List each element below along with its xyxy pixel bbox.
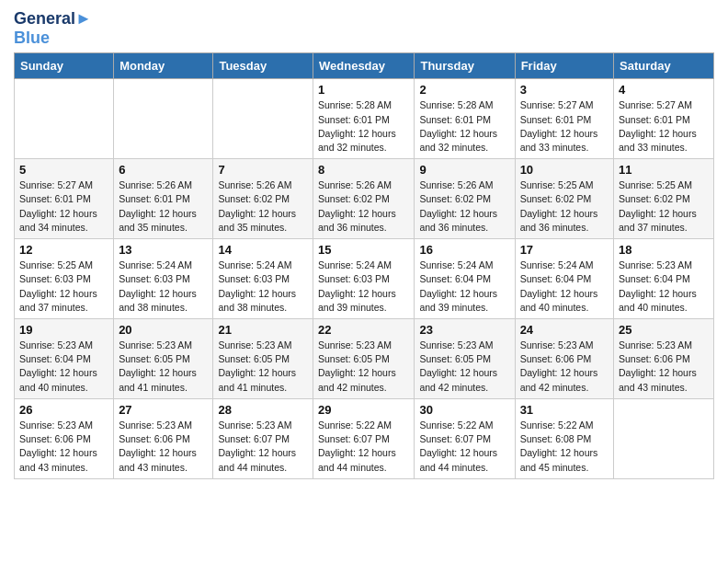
day-detail: Sunrise: 5:26 AM Sunset: 6:02 PM Dayligh… xyxy=(218,178,308,235)
calendar-cell xyxy=(114,79,213,159)
day-number: 18 xyxy=(619,243,709,257)
day-detail: Sunrise: 5:23 AM Sunset: 6:05 PM Dayligh… xyxy=(218,339,308,395)
calendar-cell: 23Sunrise: 5:23 AM Sunset: 6:05 PM Dayli… xyxy=(415,319,515,399)
day-number: 25 xyxy=(619,323,709,337)
calendar-table: SundayMondayTuesdayWednesdayThursdayFrid… xyxy=(14,52,714,478)
day-number: 22 xyxy=(318,323,409,337)
day-number: 10 xyxy=(520,163,609,177)
calendar-header-saturday: Saturday xyxy=(614,53,714,79)
day-detail: Sunrise: 5:26 AM Sunset: 6:01 PM Dayligh… xyxy=(119,178,208,235)
calendar-cell xyxy=(614,398,714,478)
calendar-cell: 2Sunrise: 5:28 AM Sunset: 6:01 PM Daylig… xyxy=(415,79,515,159)
day-detail: Sunrise: 5:25 AM Sunset: 6:02 PM Dayligh… xyxy=(619,178,709,235)
calendar-header-sunday: Sunday xyxy=(15,53,114,79)
calendar-cell: 19Sunrise: 5:23 AM Sunset: 6:04 PM Dayli… xyxy=(15,319,114,399)
calendar-cell: 30Sunrise: 5:22 AM Sunset: 6:07 PM Dayli… xyxy=(415,398,515,478)
calendar-header-wednesday: Wednesday xyxy=(313,53,415,79)
calendar-week-row: 26Sunrise: 5:23 AM Sunset: 6:06 PM Dayli… xyxy=(15,398,714,478)
calendar-cell: 22Sunrise: 5:23 AM Sunset: 6:05 PM Dayli… xyxy=(313,319,415,399)
calendar-cell: 3Sunrise: 5:27 AM Sunset: 6:01 PM Daylig… xyxy=(515,79,613,159)
day-number: 13 xyxy=(119,243,208,257)
day-detail: Sunrise: 5:28 AM Sunset: 6:01 PM Dayligh… xyxy=(318,98,409,155)
day-detail: Sunrise: 5:23 AM Sunset: 6:05 PM Dayligh… xyxy=(419,339,509,395)
day-detail: Sunrise: 5:23 AM Sunset: 6:06 PM Dayligh… xyxy=(520,339,609,395)
day-detail: Sunrise: 5:22 AM Sunset: 6:07 PM Dayligh… xyxy=(419,419,509,475)
day-detail: Sunrise: 5:26 AM Sunset: 6:02 PM Dayligh… xyxy=(318,178,409,235)
calendar-cell: 8Sunrise: 5:26 AM Sunset: 6:02 PM Daylig… xyxy=(313,159,415,239)
day-number: 16 xyxy=(419,243,509,257)
page-container: General► Blue SundayMondayTuesdayWednesd… xyxy=(0,0,728,488)
calendar-cell: 15Sunrise: 5:24 AM Sunset: 6:03 PM Dayli… xyxy=(313,239,415,319)
calendar-cell: 16Sunrise: 5:24 AM Sunset: 6:04 PM Dayli… xyxy=(415,239,515,319)
day-number: 17 xyxy=(520,243,609,257)
calendar-header-thursday: Thursday xyxy=(415,53,515,79)
calendar-cell: 25Sunrise: 5:23 AM Sunset: 6:06 PM Dayli… xyxy=(614,319,714,399)
calendar-cell: 4Sunrise: 5:27 AM Sunset: 6:01 PM Daylig… xyxy=(614,79,714,159)
day-number: 24 xyxy=(520,323,609,337)
day-detail: Sunrise: 5:24 AM Sunset: 6:03 PM Dayligh… xyxy=(318,259,409,315)
calendar-cell: 1Sunrise: 5:28 AM Sunset: 6:01 PM Daylig… xyxy=(313,79,415,159)
day-number: 20 xyxy=(119,323,208,337)
day-number: 1 xyxy=(318,83,409,97)
calendar-cell: 27Sunrise: 5:23 AM Sunset: 6:06 PM Dayli… xyxy=(114,398,213,478)
day-number: 6 xyxy=(119,163,208,177)
day-number: 31 xyxy=(520,403,609,417)
day-detail: Sunrise: 5:23 AM Sunset: 6:05 PM Dayligh… xyxy=(318,339,409,395)
day-number: 28 xyxy=(218,403,308,417)
calendar-cell: 20Sunrise: 5:23 AM Sunset: 6:05 PM Dayli… xyxy=(114,319,213,399)
day-detail: Sunrise: 5:25 AM Sunset: 6:03 PM Dayligh… xyxy=(19,259,108,315)
calendar-cell: 10Sunrise: 5:25 AM Sunset: 6:02 PM Dayli… xyxy=(515,159,613,239)
calendar-cell: 11Sunrise: 5:25 AM Sunset: 6:02 PM Dayli… xyxy=(614,159,714,239)
logo: General► Blue xyxy=(14,9,92,47)
day-detail: Sunrise: 5:27 AM Sunset: 6:01 PM Dayligh… xyxy=(19,178,108,235)
calendar-cell: 9Sunrise: 5:26 AM Sunset: 6:02 PM Daylig… xyxy=(415,159,515,239)
calendar-cell: 29Sunrise: 5:22 AM Sunset: 6:07 PM Dayli… xyxy=(313,398,415,478)
day-detail: Sunrise: 5:24 AM Sunset: 6:03 PM Dayligh… xyxy=(218,259,308,315)
day-number: 23 xyxy=(419,323,509,337)
header: General► Blue xyxy=(14,9,714,47)
day-number: 9 xyxy=(419,163,509,177)
calendar-cell: 6Sunrise: 5:26 AM Sunset: 6:01 PM Daylig… xyxy=(114,159,213,239)
calendar-header-row: SundayMondayTuesdayWednesdayThursdayFrid… xyxy=(15,53,714,79)
calendar-cell: 18Sunrise: 5:23 AM Sunset: 6:04 PM Dayli… xyxy=(614,239,714,319)
calendar-cell: 24Sunrise: 5:23 AM Sunset: 6:06 PM Dayli… xyxy=(515,319,613,399)
day-detail: Sunrise: 5:23 AM Sunset: 6:06 PM Dayligh… xyxy=(19,419,108,475)
day-number: 2 xyxy=(419,83,509,97)
calendar-week-row: 5Sunrise: 5:27 AM Sunset: 6:01 PM Daylig… xyxy=(15,159,714,239)
calendar-cell: 7Sunrise: 5:26 AM Sunset: 6:02 PM Daylig… xyxy=(213,159,313,239)
day-number: 26 xyxy=(19,403,108,417)
calendar-cell: 28Sunrise: 5:23 AM Sunset: 6:07 PM Dayli… xyxy=(213,398,313,478)
day-number: 7 xyxy=(218,163,308,177)
day-detail: Sunrise: 5:27 AM Sunset: 6:01 PM Dayligh… xyxy=(520,98,609,155)
logo-text-line2: Blue xyxy=(14,29,92,48)
day-detail: Sunrise: 5:23 AM Sunset: 6:06 PM Dayligh… xyxy=(619,339,709,395)
day-detail: Sunrise: 5:25 AM Sunset: 6:02 PM Dayligh… xyxy=(520,178,609,235)
calendar-cell: 31Sunrise: 5:22 AM Sunset: 6:08 PM Dayli… xyxy=(515,398,613,478)
day-number: 30 xyxy=(419,403,509,417)
calendar-cell: 5Sunrise: 5:27 AM Sunset: 6:01 PM Daylig… xyxy=(15,159,114,239)
day-number: 14 xyxy=(218,243,308,257)
day-number: 3 xyxy=(520,83,609,97)
day-number: 4 xyxy=(619,83,709,97)
calendar-week-row: 1Sunrise: 5:28 AM Sunset: 6:01 PM Daylig… xyxy=(15,79,714,159)
calendar-week-row: 12Sunrise: 5:25 AM Sunset: 6:03 PM Dayli… xyxy=(15,239,714,319)
day-number: 8 xyxy=(318,163,409,177)
day-detail: Sunrise: 5:23 AM Sunset: 6:05 PM Dayligh… xyxy=(119,339,208,395)
day-detail: Sunrise: 5:22 AM Sunset: 6:07 PM Dayligh… xyxy=(318,419,409,475)
day-detail: Sunrise: 5:23 AM Sunset: 6:04 PM Dayligh… xyxy=(619,259,709,315)
calendar-cell xyxy=(15,79,114,159)
day-number: 12 xyxy=(19,243,108,257)
calendar-cell: 26Sunrise: 5:23 AM Sunset: 6:06 PM Dayli… xyxy=(15,398,114,478)
calendar-cell xyxy=(213,79,313,159)
calendar-cell: 12Sunrise: 5:25 AM Sunset: 6:03 PM Dayli… xyxy=(15,239,114,319)
day-number: 21 xyxy=(218,323,308,337)
calendar-cell: 17Sunrise: 5:24 AM Sunset: 6:04 PM Dayli… xyxy=(515,239,613,319)
calendar-cell: 14Sunrise: 5:24 AM Sunset: 6:03 PM Dayli… xyxy=(213,239,313,319)
day-number: 15 xyxy=(318,243,409,257)
day-detail: Sunrise: 5:23 AM Sunset: 6:07 PM Dayligh… xyxy=(218,419,308,475)
calendar-header-tuesday: Tuesday xyxy=(213,53,313,79)
day-detail: Sunrise: 5:23 AM Sunset: 6:04 PM Dayligh… xyxy=(19,339,108,395)
calendar-cell: 13Sunrise: 5:24 AM Sunset: 6:03 PM Dayli… xyxy=(114,239,213,319)
calendar-week-row: 19Sunrise: 5:23 AM Sunset: 6:04 PM Dayli… xyxy=(15,319,714,399)
day-detail: Sunrise: 5:24 AM Sunset: 6:04 PM Dayligh… xyxy=(520,259,609,315)
